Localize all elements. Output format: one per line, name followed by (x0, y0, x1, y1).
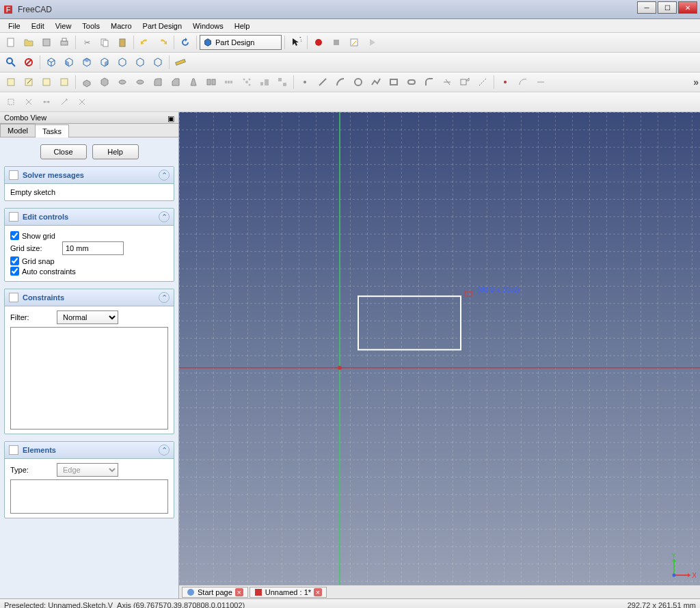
leave-sketch-button[interactable] (38, 74, 55, 90)
menu-edit[interactable]: Edit (26, 21, 50, 31)
draw-style-button[interactable] (21, 54, 37, 70)
menu-file[interactable]: File (3, 21, 26, 31)
draft-button[interactable] (185, 74, 202, 90)
tab-start-page[interactable]: Start page × (182, 587, 248, 598)
svg-rect-41 (390, 79, 397, 85)
tab-document[interactable]: Unnamed : 1* × (250, 587, 327, 598)
stop-macro-button[interactable] (328, 34, 345, 51)
constraint-arc-button[interactable] (515, 74, 531, 90)
pocket-button[interactable] (96, 74, 113, 90)
linear-pattern-button[interactable] (221, 74, 237, 90)
record-macro-button[interactable] (310, 34, 327, 51)
measure-button[interactable] (172, 54, 189, 70)
close-tab-button[interactable]: × (235, 588, 243, 596)
constraint-d-button[interactable] (56, 94, 72, 110)
view-rear-button[interactable] (114, 54, 131, 70)
sketch-polyline-button[interactable] (368, 74, 384, 90)
view-sketch-button[interactable] (56, 74, 72, 90)
help-button[interactable]: Help (92, 144, 139, 159)
type-select[interactable]: Edge (57, 463, 118, 477)
grid-size-input[interactable] (62, 241, 124, 255)
open-button[interactable] (21, 34, 37, 51)
toolbar-overflow-button[interactable]: » (693, 77, 699, 88)
paste-button[interactable] (114, 34, 131, 51)
workbench-selector[interactable]: Part Design (200, 35, 282, 50)
tab-model[interactable]: Model (0, 124, 36, 137)
view-right-button[interactable] (96, 54, 113, 70)
collapse-button[interactable]: ⌃ (159, 445, 170, 455)
scaled-button[interactable] (256, 74, 273, 90)
view-left-button[interactable] (150, 54, 166, 70)
new-button[interactable] (3, 34, 19, 51)
constraints-list[interactable] (10, 327, 168, 429)
save-button[interactable] (38, 34, 55, 51)
chamfer-button[interactable] (167, 74, 184, 90)
fillet-button[interactable] (150, 74, 166, 90)
close-tab-button[interactable]: × (314, 588, 322, 596)
redo-button[interactable] (154, 34, 171, 51)
menu-tools[interactable]: Tools (77, 21, 105, 31)
sketch-rect-button[interactable] (386, 74, 402, 90)
scaled-icon (259, 77, 270, 88)
revolution-button[interactable] (114, 74, 131, 90)
collapse-button[interactable]: ⌃ (159, 211, 170, 222)
menu-partdesign[interactable]: Part Design (137, 21, 187, 31)
tab-tasks[interactable]: Tasks (35, 124, 69, 137)
polar-pattern-button[interactable] (239, 74, 255, 90)
sketch-trim-button[interactable] (439, 74, 455, 90)
macros-button[interactable] (346, 34, 362, 51)
menu-view[interactable]: View (50, 21, 77, 31)
menu-windows[interactable]: Windows (187, 21, 229, 31)
menu-help[interactable]: Help (229, 21, 256, 31)
elements-list[interactable] (10, 479, 168, 514)
sketch-fillet-button[interactable] (421, 74, 438, 90)
constraint-a-button[interactable] (3, 94, 19, 110)
collapse-button[interactable]: ⌃ (159, 292, 170, 303)
constraint-point-button[interactable] (497, 74, 513, 90)
sketch-arc-button[interactable] (332, 74, 349, 90)
panel-undock-button[interactable]: ▣ (167, 114, 174, 121)
close-button[interactable]: Close (40, 144, 87, 159)
edit-sketch-button[interactable] (21, 74, 37, 90)
grid-snap-checkbox[interactable] (10, 256, 19, 265)
svg-point-38 (304, 81, 306, 83)
menu-macro[interactable]: Macro (105, 21, 137, 31)
refresh-button[interactable] (177, 34, 193, 51)
view-iso-button[interactable] (43, 54, 59, 70)
sketch-line-button[interactable] (314, 74, 331, 90)
multitransform-button[interactable] (274, 74, 291, 90)
sketch-circle-button[interactable] (350, 74, 366, 90)
view-top-button[interactable] (79, 54, 95, 70)
view-bottom-button[interactable] (132, 54, 148, 70)
constraint-b-button[interactable] (21, 94, 37, 110)
svg-rect-2 (8, 38, 14, 47)
minimize-button[interactable]: ─ (637, 1, 656, 14)
sketch-external-button[interactable] (457, 74, 473, 90)
window-close-button[interactable]: ✕ (678, 1, 697, 14)
mirror-button[interactable] (203, 74, 219, 90)
print-button[interactable] (56, 34, 72, 51)
constraint-e-button[interactable] (74, 94, 90, 110)
3d-viewport[interactable]: (60.0 x 30.0) X Y Start page × Unnamed :… (179, 112, 700, 598)
auto-constraints-checkbox[interactable] (10, 267, 19, 276)
svg-point-33 (249, 84, 251, 86)
sketch-point-button[interactable] (297, 74, 313, 90)
collapse-button[interactable]: ⌃ (159, 170, 170, 181)
run-macro-button[interactable] (364, 34, 380, 51)
new-sketch-button[interactable] (3, 74, 19, 90)
view-front-button[interactable] (61, 54, 77, 70)
filter-select[interactable]: Normal (57, 310, 118, 324)
whatsthis-button[interactable]: ? (288, 34, 304, 51)
constraint-c-button[interactable] (38, 94, 55, 110)
sketch-slot-button[interactable] (403, 74, 420, 90)
show-grid-checkbox[interactable] (10, 231, 19, 240)
cut-button[interactable]: ✂ (79, 34, 95, 51)
groove-button[interactable] (132, 74, 148, 90)
sketch-construction-button[interactable] (474, 74, 491, 90)
maximize-button[interactable]: ☐ (658, 1, 677, 14)
constraint-horiz-button[interactable] (533, 74, 549, 90)
undo-button[interactable] (137, 34, 153, 51)
pad-button[interactable] (79, 74, 95, 90)
zoom-fit-button[interactable] (3, 54, 19, 70)
copy-button[interactable] (96, 34, 113, 51)
